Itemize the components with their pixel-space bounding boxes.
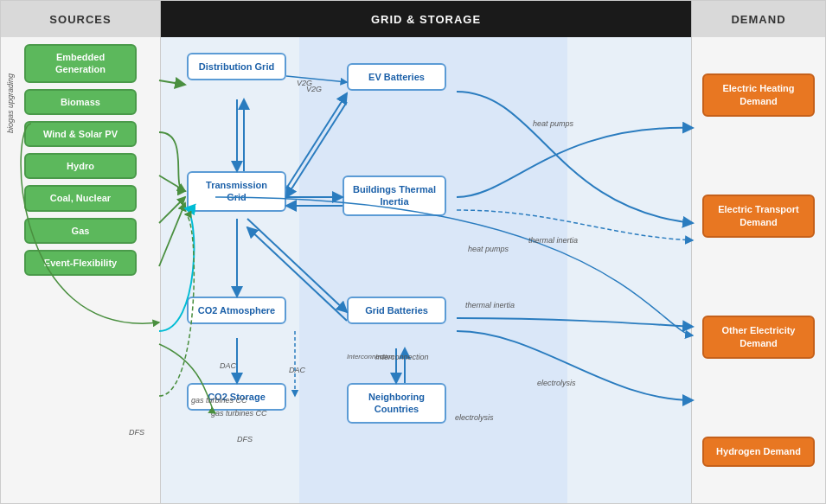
v2g-label: V2G xyxy=(297,79,312,87)
node-buildings-thermal: Buildings Thermal Inertia xyxy=(343,175,446,216)
demand-other-elec: Other Electricity Demand xyxy=(702,316,815,359)
dac-label: DAC xyxy=(220,361,236,370)
demand-col: Electric Heating Demand Electric Transpo… xyxy=(691,37,825,503)
node-grid-batteries: Grid Batteries xyxy=(347,297,446,324)
demand-hydrogen: Hydrogen Demand xyxy=(702,437,815,467)
grid-col: Distribution Grid Transmission Grid CO2 … xyxy=(161,37,691,503)
node-trans-grid: Transmission Grid xyxy=(187,171,286,212)
dfs-label: DFS xyxy=(129,428,144,437)
source-event-flex: Event-Flexibility xyxy=(24,250,137,276)
sources-title: SOURCES xyxy=(49,13,111,26)
header-demand: DEMAND xyxy=(691,1,825,37)
label-thermal-inertia: thermal inertia xyxy=(465,301,515,309)
content-row: Embedded Generation Biomass Wind & Solar… xyxy=(1,37,825,503)
heat-pumps-label: heat pumps xyxy=(533,119,573,128)
interconnection-label: Interconnection xyxy=(347,353,394,360)
demand-elec-transport: Electric Transport Demand xyxy=(702,195,815,238)
header-grid: GRID & STORAGE xyxy=(161,1,691,37)
node-co2-atm: CO2 Atmosphere xyxy=(187,297,286,324)
label-heat-pumps: heat pumps xyxy=(468,245,509,253)
node-neighboring: Neighboring Countries xyxy=(347,383,446,424)
source-embedded: Embedded Generation xyxy=(24,44,137,83)
source-wind-solar: Wind & Solar PV xyxy=(24,121,137,147)
light-blue-band xyxy=(299,37,567,503)
electrolysis-label: electrolysis xyxy=(537,379,576,387)
gas-turbines-label: gas turbines CC xyxy=(191,396,247,405)
header-sources: SOURCES xyxy=(1,1,161,37)
biogas-label: biogas upgrading xyxy=(6,73,15,133)
label-gas-turbines: gas turbines CC xyxy=(211,409,267,418)
source-coal-nuclear: Coal, Nuclear xyxy=(24,185,137,211)
node-ev-batteries: EV Batteries xyxy=(347,63,446,91)
grid-title: GRID & STORAGE xyxy=(371,13,481,26)
source-hydro: Hydro xyxy=(24,153,137,179)
header-row: SOURCES GRID & STORAGE DEMAND xyxy=(1,1,825,37)
node-dist-grid: Distribution Grid xyxy=(187,53,286,80)
main-container: SOURCES GRID & STORAGE DEMAND Embedded G… xyxy=(0,0,826,504)
label-electrolysis: electrolysis xyxy=(455,413,494,422)
source-gas: Gas xyxy=(24,218,137,244)
demand-title: DEMAND xyxy=(731,13,785,26)
demand-elec-heating: Electric Heating Demand xyxy=(702,73,815,117)
source-biomass: Biomass xyxy=(24,89,137,115)
label-dfs: DFS xyxy=(237,435,253,443)
label-dac: DAC xyxy=(289,366,305,374)
thermal-inertia-label: thermal inertia xyxy=(528,236,578,245)
